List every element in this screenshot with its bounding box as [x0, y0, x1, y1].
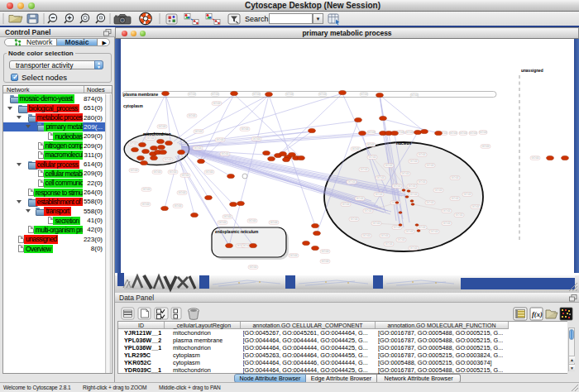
svg-text:GO:44: GO:44	[224, 215, 232, 218]
svg-text:f(x): f(x)	[532, 310, 543, 318]
svg-text:GO:44: GO:44	[406, 131, 414, 134]
svg-text:GO:44: GO:44	[460, 131, 467, 135]
svg-text:GO:44: GO:44	[373, 222, 380, 225]
svg-text:GO:44: GO:44	[394, 184, 401, 188]
svg-text:GO:44: GO:44	[532, 156, 539, 160]
svg-text:GO:44: GO:44	[398, 238, 405, 241]
svg-text:GO:44: GO:44	[385, 164, 393, 167]
svg-text:GO:44: GO:44	[456, 213, 463, 217]
svg-text:GO:44: GO:44	[419, 226, 426, 229]
svg-text:GO:44: GO:44	[402, 172, 409, 175]
svg-text:GO:44: GO:44	[410, 160, 418, 163]
svg-text:GO:44: GO:44	[361, 93, 368, 96]
svg-text:GO:44: GO:44	[450, 131, 457, 135]
svg-text:GO:44: GO:44	[470, 131, 477, 135]
svg-text:GO:44: GO:44	[249, 219, 256, 222]
svg-text:GO:44: GO:44	[348, 180, 356, 184]
svg-text:unassigned: unassigned	[521, 69, 543, 73]
svg-text:GO:44: GO:44	[365, 209, 372, 213]
svg-text:GO:44: GO:44	[179, 191, 186, 194]
svg-text:GO:44: GO:44	[322, 250, 329, 253]
svg-text:GO:44: GO:44	[443, 222, 451, 225]
svg-text:GO:44: GO:44	[290, 254, 298, 257]
svg-text:GO:44: GO:44	[175, 204, 182, 208]
svg-text:GO:44: GO:44	[464, 193, 471, 196]
svg-text:GO:44: GO:44	[131, 169, 138, 172]
svg-text:GO:44: GO:44	[410, 246, 418, 250]
svg-text:GO:44: GO:44	[482, 145, 490, 148]
svg-text:GO:44: GO:44	[322, 260, 329, 263]
svg-text:GO:44: GO:44	[250, 265, 257, 269]
svg-text:GO:44: GO:44	[189, 93, 196, 96]
svg-text:endoplasmic reticulum: endoplasmic reticulum	[215, 230, 258, 234]
svg-text:GO:44: GO:44	[368, 131, 376, 134]
svg-text:nucleus: nucleus	[396, 141, 411, 146]
svg-text:GO:44: GO:44	[286, 93, 294, 96]
svg-text:GO:44: GO:44	[472, 205, 480, 208]
svg-text:GO:44: GO:44	[342, 203, 350, 206]
svg-text:mitochondrion: mitochondrion	[143, 132, 171, 136]
svg-text:GO:44: GO:44	[427, 201, 434, 204]
svg-text:GO:44: GO:44	[253, 93, 261, 96]
svg-text:GO:44: GO:44	[319, 93, 327, 96]
svg-text:GO:44: GO:44	[361, 168, 368, 171]
svg-text:GO:44: GO:44	[206, 170, 213, 174]
svg-text:GO:44: GO:44	[142, 203, 150, 206]
svg-text:GO:44: GO:44	[411, 93, 419, 97]
svg-text:GO:44: GO:44	[419, 153, 426, 156]
svg-text:GO:44: GO:44	[270, 221, 278, 224]
svg-text:GO:44: GO:44	[385, 242, 393, 246]
svg-text:GO:44: GO:44	[377, 176, 385, 179]
svg-text:GO:44: GO:44	[480, 131, 487, 134]
svg-text:GO:44: GO:44	[381, 234, 389, 237]
svg-text:cytoplasm: cytoplasm	[123, 104, 143, 108]
svg-text:GO:44: GO:44	[154, 170, 161, 174]
svg-text:GO:44: GO:44	[189, 114, 196, 117]
svg-text:GO:44: GO:44	[253, 137, 261, 141]
svg-text:GO:44: GO:44	[376, 193, 383, 196]
svg-text:GO:44: GO:44	[443, 209, 451, 213]
svg-text:GO:44: GO:44	[356, 197, 364, 200]
svg-text:GO:44: GO:44	[394, 226, 401, 229]
svg-text:plasma membrane: plasma membrane	[123, 93, 158, 97]
svg-text:GO:44: GO:44	[182, 174, 189, 177]
svg-text:GO:44: GO:44	[419, 180, 426, 184]
svg-text:GO:44: GO:44	[222, 152, 229, 155]
svg-text:GO:44: GO:44	[369, 155, 376, 159]
svg-text:GO:44: GO:44	[219, 221, 227, 224]
svg-text:GO:44: GO:44	[213, 102, 221, 105]
svg-text:GO:44: GO:44	[147, 136, 155, 140]
svg-text:GO:44: GO:44	[170, 170, 177, 174]
svg-text:GO:44: GO:44	[195, 130, 203, 133]
svg-text:GO:44: GO:44	[242, 127, 249, 131]
svg-text:GO:44: GO:44	[409, 184, 416, 188]
svg-text:GO:44: GO:44	[435, 189, 443, 192]
svg-text:GO:44: GO:44	[410, 193, 418, 196]
svg-text:GO:44: GO:44	[452, 176, 459, 179]
svg-text:GO:44: GO:44	[352, 147, 360, 151]
svg-text:GO:44: GO:44	[427, 164, 434, 167]
svg-text:GO:44: GO:44	[217, 138, 224, 141]
svg-text:GO:44: GO:44	[367, 143, 375, 146]
svg-text:GO:44: GO:44	[143, 188, 151, 191]
svg-text:GO:44: GO:44	[452, 197, 459, 200]
svg-text:GO:44: GO:44	[431, 230, 438, 233]
svg-text:GO:44: GO:44	[194, 146, 202, 150]
svg-text:GO:44: GO:44	[406, 230, 414, 233]
svg-text:GO:44: GO:44	[159, 125, 166, 128]
svg-text:GO:44: GO:44	[165, 158, 172, 161]
svg-text:GO:44: GO:44	[363, 234, 371, 237]
svg-text:GO:44: GO:44	[351, 218, 358, 221]
svg-text:GO:44: GO:44	[212, 93, 219, 96]
svg-text:GO:44: GO:44	[130, 142, 137, 146]
